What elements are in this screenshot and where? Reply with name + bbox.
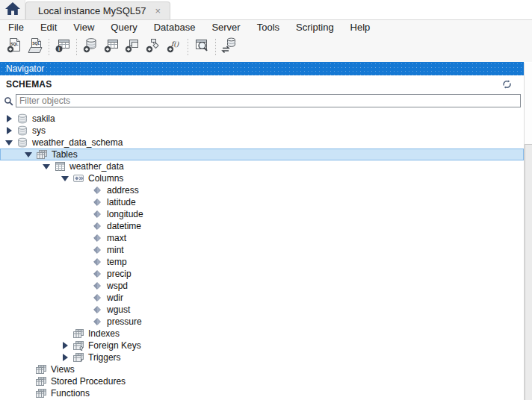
collapse-arrow-icon[interactable] (42, 162, 52, 171)
new-function-button[interactable]: f() (164, 37, 185, 57)
menu-help[interactable]: Help (342, 22, 379, 33)
new-schema-button[interactable] (80, 37, 101, 57)
refresh-schemas-icon[interactable] (502, 80, 512, 89)
column-icon (91, 233, 103, 243)
expand-arrow-icon[interactable] (4, 126, 14, 135)
toolbar: SQLSQLif() (0, 34, 532, 59)
tree-item-label: temp (107, 257, 127, 267)
new-table-button[interactable] (101, 37, 122, 57)
tree-item-datetime[interactable]: datetime (0, 220, 524, 232)
expander-spacer (79, 246, 89, 254)
menu-database[interactable]: Database (146, 22, 204, 33)
tree-item-address[interactable]: address (0, 184, 524, 196)
tree-item-label: maxt (107, 233, 126, 243)
tree-item-longitude[interactable]: longitude (0, 208, 524, 220)
tree-item-label: Indexes (88, 328, 120, 339)
open-sql-file-button[interactable]: SQL (25, 37, 46, 57)
tree-item-label: weather_data_schema (32, 137, 123, 148)
column-icon (91, 245, 103, 255)
tree-item-views[interactable]: Views (0, 363, 524, 375)
tree-item-label: pressure (107, 316, 142, 327)
tree-item-stored-procedures[interactable]: Stored Procedures (0, 375, 524, 387)
menu-scripting[interactable]: Scripting (288, 22, 342, 33)
menu-view[interactable]: View (65, 22, 102, 33)
tree-item-maxt[interactable]: maxt (0, 232, 524, 244)
schemas-header: SCHEMAS (0, 75, 524, 93)
tree-item-label: datetime (107, 221, 141, 231)
menu-bar: FileEditViewQueryDatabaseServerToolsScri… (0, 20, 532, 34)
tree-item-sys[interactable]: sys (0, 125, 524, 137)
column-icon (91, 293, 103, 303)
tree-item-mint[interactable]: mint (0, 244, 524, 256)
collapse-arrow-icon[interactable] (61, 174, 70, 183)
tab-close-icon[interactable]: × (155, 6, 161, 16)
menu-query[interactable]: Query (102, 22, 145, 33)
toolbar-separator (76, 39, 77, 55)
expand-arrow-icon[interactable] (61, 341, 70, 350)
menu-file[interactable]: File (0, 22, 32, 33)
search-data-button[interactable] (191, 37, 212, 57)
tab-title: Local instance MySQL57 (38, 5, 146, 16)
tree-item-label: mint (107, 245, 124, 255)
tree-item-label: weather_data (69, 161, 124, 172)
tree-item-temp[interactable]: temp (0, 256, 524, 268)
table-icon (54, 161, 66, 172)
filter-row (0, 93, 524, 108)
collapse-arrow-icon[interactable] (4, 138, 14, 147)
procedures-icon (35, 376, 47, 387)
expand-arrow-icon[interactable] (4, 114, 14, 123)
reconnect-dbms-button[interactable] (219, 37, 240, 57)
expander-spacer (79, 186, 89, 195)
svg-text:SQL: SQL (10, 42, 18, 46)
tree-item-label: Functions (51, 388, 90, 399)
tree-item-foreign-keys[interactable]: Foreign Keys (0, 340, 524, 351)
expander-spacer (79, 198, 89, 207)
tree-item-functions[interactable]: Functions (0, 387, 524, 399)
menu-server[interactable]: Server (203, 22, 248, 33)
tree-item-sakila[interactable]: sakila (0, 113, 524, 125)
schema-icon (16, 137, 28, 148)
column-icon (91, 269, 103, 279)
filter-objects-input[interactable] (16, 94, 521, 107)
new-view-button[interactable] (122, 37, 143, 57)
column-icon (91, 304, 103, 315)
expander-spacer (23, 377, 33, 386)
tree-item-label: wspd (107, 281, 128, 291)
tree-item-weather-data-schema[interactable]: weather_data_schema (0, 137, 524, 149)
table-inspector-button[interactable]: i (52, 37, 73, 57)
tree-item-label: latitude (107, 197, 136, 207)
table-inspector-icon: i (54, 37, 72, 56)
toolbar-separator (215, 39, 216, 55)
tree-item-wgust[interactable]: wgust (0, 304, 524, 316)
open-sql-file-icon: SQL (26, 37, 44, 56)
tree-item-columns[interactable]: Columns (0, 172, 524, 184)
schemas-title: SCHEMAS (6, 79, 52, 90)
tree-item-wdir[interactable]: wdir (0, 292, 524, 304)
tab-local-instance-mysql57[interactable]: Local instance MySQL57 × (25, 1, 170, 19)
tree-item-label: Views (51, 364, 75, 375)
tree-item-tables[interactable]: Tables (0, 149, 524, 160)
tree-item-latitude[interactable]: latitude (0, 196, 524, 208)
tree-item-wspd[interactable]: wspd (0, 280, 524, 292)
reconnect-dbms-icon (220, 37, 238, 56)
new-procedure-button[interactable] (143, 37, 164, 57)
home-tab[interactable] (0, 0, 25, 19)
tree-item-weather-data[interactable]: weather_data (0, 160, 524, 172)
new-sql-tab-button[interactable]: SQL (4, 37, 25, 57)
expander-spacer (79, 234, 89, 243)
menu-tools[interactable]: Tools (249, 22, 288, 33)
new-table-icon (102, 37, 120, 56)
expand-arrow-icon[interactable] (61, 353, 70, 362)
column-icon (91, 185, 103, 196)
tree-item-label: Stored Procedures (51, 376, 126, 387)
tree-item-label: Columns (88, 173, 123, 184)
tree-item-pressure[interactable]: pressure (0, 316, 524, 328)
expander-spacer (23, 389, 33, 398)
tree-item-label: precip (107, 269, 132, 279)
menu-edit[interactable]: Edit (32, 22, 65, 33)
foreign-keys-icon (72, 340, 84, 351)
tree-item-precip[interactable]: precip (0, 268, 524, 280)
tree-item-indexes[interactable]: Indexes (0, 328, 524, 340)
collapse-arrow-icon[interactable] (24, 150, 34, 159)
tree-item-triggers[interactable]: Triggers (0, 351, 524, 363)
